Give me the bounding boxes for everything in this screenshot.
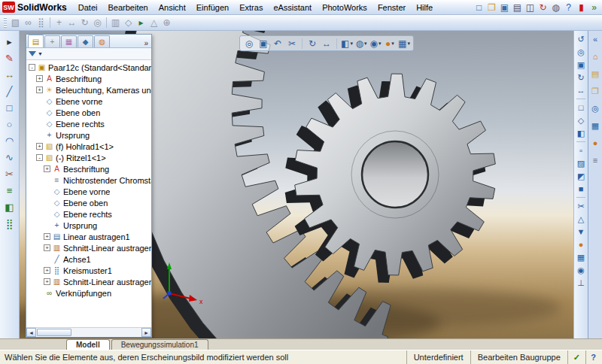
scene-icon[interactable]: ▦ <box>575 251 587 263</box>
smart-fasteners-icon[interactable]: + <box>53 17 65 29</box>
tree-expand-toggle[interactable]: + <box>44 233 50 240</box>
panel-scrollbar[interactable]: ◄ ► <box>26 327 151 337</box>
panel-tab-dimxpertmanager[interactable]: ◆ <box>78 35 93 47</box>
mirror-entities-icon[interactable]: ◧ <box>3 201 16 214</box>
standard-views-icon[interactable]: ◧ <box>575 127 587 139</box>
photoworks-indicator-icon[interactable]: ▮ <box>575 1 588 14</box>
line-icon[interactable]: ╱ <box>3 85 16 98</box>
menu-eassistant[interactable]: eAssistant <box>268 1 317 14</box>
section-view-icon[interactable]: ✂ <box>575 200 587 212</box>
apply-scene-icon[interactable]: ▦▾ <box>397 37 411 50</box>
menu-ansicht[interactable]: Ansicht <box>154 1 191 14</box>
tree-item-kreismuster1[interactable]: +⣿Kreismuster1 <box>26 265 151 276</box>
panel-tab-featuremanager[interactable]: ▤ <box>28 35 44 47</box>
tree-expand-toggle[interactable]: + <box>44 267 50 274</box>
scrollbar-track[interactable] <box>36 328 141 337</box>
perspective-icon[interactable]: △ <box>575 213 587 225</box>
pan-icon[interactable]: ↔ <box>575 84 587 96</box>
section-view-icon[interactable]: ✂ <box>285 37 299 50</box>
hide-show-items-icon[interactable]: ◉▾ <box>369 37 382 50</box>
tree-item-ritzel1-1[interactable]: -▧(-) Ritzel1<1> <box>26 152 151 163</box>
smart-dimension-icon[interactable]: ↔ <box>3 68 16 81</box>
open-document-icon[interactable]: ❐ <box>485 1 498 14</box>
tree-expand-toggle[interactable]: + <box>44 165 50 172</box>
panel-tab-displaymanager[interactable]: ◍ <box>94 35 110 47</box>
move-component-icon[interactable]: ↔ <box>65 17 78 29</box>
rebuild-icon[interactable]: ↻ <box>537 1 549 14</box>
print-document-icon[interactable]: ▤ <box>511 1 524 14</box>
panel-tabs-more-icon[interactable]: » <box>141 39 151 47</box>
pan-icon[interactable]: ↔ <box>320 37 333 50</box>
front-view-icon[interactable]: □ <box>575 102 587 114</box>
zoom-to-area-icon[interactable]: ▣ <box>575 59 587 71</box>
previous-view-icon[interactable]: ↺ <box>575 33 587 45</box>
previous-view-icon[interactable]: ↶ <box>271 37 284 50</box>
tree-expand-toggle[interactable]: + <box>44 278 50 285</box>
file-explorer-icon[interactable]: ❐ <box>589 85 601 97</box>
status-help-button[interactable]: ? <box>585 350 600 364</box>
doc-tab-modell[interactable]: Modell <box>66 339 110 350</box>
exploded-view-icon[interactable]: △ <box>147 17 160 29</box>
tree-expand-toggle[interactable]: - <box>29 64 35 71</box>
new-motion-study-icon[interactable]: ▸ <box>135 17 147 29</box>
tree-item-ebene-rechts[interactable]: ◇Ebene rechts <box>26 208 151 220</box>
hidden-lines-visible-icon[interactable]: ▨ <box>575 157 587 169</box>
offset-entities-icon[interactable]: ≡ <box>3 184 16 197</box>
filter-caret-icon[interactable]: ▼ <box>38 51 43 56</box>
view-orientation-icon[interactable]: ◧▾ <box>340 37 354 50</box>
custom-properties-icon[interactable]: ≡ <box>589 154 601 166</box>
rectangle-icon[interactable]: □ <box>3 102 16 114</box>
interference-detection-icon[interactable]: ⊕ <box>160 17 173 29</box>
menu-hilfe[interactable]: Hilfe <box>411 1 438 14</box>
menu-datei[interactable]: Datei <box>73 1 103 14</box>
zoom-to-area-icon[interactable]: ▣ <box>257 37 270 50</box>
mate-icon[interactable]: ∞ <box>22 17 35 29</box>
help-icon[interactable]: ? <box>562 1 575 14</box>
shaded-icon[interactable]: ■ <box>575 183 587 195</box>
panel-tab-configurationmanager[interactable]: ▦ <box>61 35 77 47</box>
tree-item-ursprung[interactable]: +Ursprung <box>26 220 151 231</box>
assembly-features-icon[interactable]: ▥ <box>109 17 122 29</box>
wireframe-icon[interactable]: ▫ <box>575 144 587 156</box>
doc-tab-bewegungssimulation1[interactable]: Bewegungssimulation1 <box>111 339 208 350</box>
circle-icon[interactable]: ○ <box>3 118 16 131</box>
display-style-icon[interactable]: ◍▾ <box>354 37 368 50</box>
panel-tab-propertymanager[interactable]: + <box>44 35 60 47</box>
tree-item-schnitt-linear-austragen1[interactable]: +▥Schnitt-Linear austragen1 <box>26 242 151 253</box>
tree-item-beschriftung[interactable]: +ABeschriftung <box>26 163 151 174</box>
tree-item-paar12c-standard-standard-anz[interactable]: -▣Paar12c (Standard<Standard_Anz <box>26 62 151 73</box>
tree-filter-row[interactable]: ▼ <box>26 48 151 60</box>
tree-item-f-hohlrad1-1[interactable]: +▧(f) Hohlrad1<1> <box>26 141 151 152</box>
tree-item-verkn-pfungen[interactable]: ∞Verknüpfungen <box>26 287 151 299</box>
sketch-icon[interactable]: ✎ <box>3 52 16 65</box>
shadows-icon[interactable]: ▼ <box>575 226 587 238</box>
spline-icon[interactable]: ∿ <box>3 151 16 164</box>
rotate-view-icon[interactable]: ↻ <box>575 71 587 83</box>
isometric-view-icon[interactable]: ◇ <box>575 114 587 126</box>
search-icon[interactable]: ◎ <box>589 102 601 114</box>
menu-photoworks[interactable]: PhotoWorks <box>317 1 372 14</box>
appearances-scenes-icon[interactable]: ● <box>589 137 601 149</box>
appearances-icon[interactable]: ● <box>575 238 587 250</box>
tree-expand-toggle[interactable]: + <box>36 86 43 93</box>
shaded-with-edges-icon[interactable]: ◩ <box>575 170 587 182</box>
rotate-component-icon[interactable]: ↻ <box>78 17 91 29</box>
rotate-view-icon[interactable]: ↻ <box>306 37 319 50</box>
menu-bearbeiten[interactable]: Bearbeiten <box>102 1 153 14</box>
tree-item-ebene-oben[interactable]: ◇Ebene oben <box>26 107 151 118</box>
tree-item-beschriftung[interactable]: +ABeschriftung <box>26 73 151 84</box>
show-hidden-components-icon[interactable]: ◎ <box>91 17 104 29</box>
tree-expand-toggle[interactable]: + <box>36 143 43 150</box>
tree-item-schnitt-linear-austragen2[interactable]: +▥Schnitt-Linear austragen2 <box>26 276 151 287</box>
print-preview-icon[interactable]: ◫ <box>524 1 537 14</box>
collapse-task-pane-icon[interactable]: « <box>589 33 601 45</box>
camera-icon[interactable]: ◉ <box>575 264 587 276</box>
menu-einfügen[interactable]: Einfügen <box>191 1 234 14</box>
tree-item-ebene-rechts[interactable]: ◇Ebene rechts <box>26 118 151 129</box>
zoom-to-fit-icon[interactable]: ◎ <box>242 37 256 50</box>
normal-to-icon[interactable]: ⊥ <box>575 277 587 289</box>
toolbar-more-icon[interactable]: » <box>588 1 600 14</box>
tree-item-ebene-oben[interactable]: ◇Ebene oben <box>26 197 151 208</box>
tree-expand-toggle[interactable]: + <box>44 244 50 251</box>
save-document-icon[interactable]: ▣ <box>498 1 511 14</box>
